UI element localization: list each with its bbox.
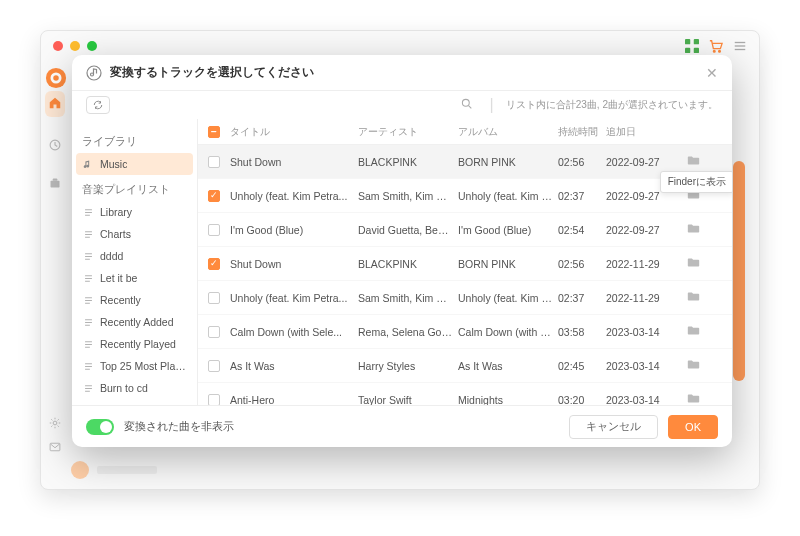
cell-album: BORN PINK: [458, 156, 558, 168]
sidebar-item[interactable]: Top 25 Most Played: [72, 355, 197, 377]
col-artist[interactable]: アーティスト: [358, 125, 458, 139]
svg-rect-3: [694, 48, 699, 53]
row-checkbox[interactable]: [208, 190, 220, 202]
cell-album: BORN PINK: [458, 258, 558, 270]
cell-date: 2022-11-29: [606, 292, 682, 304]
playlist-icon: [82, 382, 94, 394]
cell-duration: 02:56: [558, 156, 606, 168]
playlist-icon: [82, 272, 94, 284]
playlist-icon: [82, 294, 94, 306]
cell-title: As It Was: [230, 360, 358, 372]
cell-date: 2023-03-14: [606, 394, 682, 406]
menu-icon[interactable]: [733, 39, 747, 57]
gear-icon[interactable]: [49, 415, 61, 433]
briefcase-icon[interactable]: [49, 175, 61, 193]
sidebar-item[interactable]: Let it be: [72, 267, 197, 289]
show-in-finder-icon[interactable]: [687, 290, 700, 305]
sidebar-item[interactable]: Charts: [72, 223, 197, 245]
window-minimize-icon[interactable]: [70, 41, 80, 51]
table-row[interactable]: I'm Good (Blue)David Guetta, Beb...I'm G…: [198, 213, 732, 247]
show-in-finder-icon[interactable]: [687, 256, 700, 271]
track-select-modal: 変換するトラックを選択してください ✕ | リスト内に合計23曲, 2曲が選択さ…: [72, 55, 732, 447]
search-icon[interactable]: [461, 98, 472, 112]
sidebar-item[interactable]: Recently Played: [72, 333, 197, 355]
row-checkbox[interactable]: [208, 292, 220, 304]
row-checkbox[interactable]: [208, 156, 220, 168]
home-icon[interactable]: [45, 91, 65, 117]
cell-album: Unholy (feat. Kim P...: [458, 292, 558, 304]
sidebar-item-label: Charts: [100, 228, 131, 240]
sidebar-item-label: Let it be: [100, 272, 137, 284]
cell-album: I'm Good (Blue): [458, 224, 558, 236]
select-all-checkbox[interactable]: [208, 126, 220, 138]
avatar-icon: [71, 461, 89, 479]
col-duration[interactable]: 持続時間: [558, 125, 606, 139]
cell-title: Calm Down (with Sele...: [230, 326, 358, 338]
modal-toolbar: | リスト内に合計23曲, 2曲が選択されています。: [72, 91, 732, 119]
show-in-finder-icon[interactable]: [687, 222, 700, 237]
show-in-finder-icon[interactable]: [687, 154, 700, 169]
cell-duration: 02:37: [558, 292, 606, 304]
sidebar-item-label: Recently Added: [100, 316, 174, 328]
svg-point-4: [713, 50, 715, 52]
sidebar-item[interactable]: dddd: [72, 245, 197, 267]
svg-rect-2: [685, 48, 690, 53]
svg-rect-1: [694, 39, 699, 44]
col-album[interactable]: アルバム: [458, 125, 558, 139]
table-row[interactable]: Anti-HeroTaylor SwiftMidnights03:202023-…: [198, 383, 732, 405]
show-in-finder-icon[interactable]: [687, 392, 700, 405]
table-row[interactable]: Unholy (feat. Kim Petra...Sam Smith, Kim…: [198, 281, 732, 315]
table-row[interactable]: Shut DownBLACKPINKBORN PINK02:562022-09-…: [198, 145, 732, 179]
table-row[interactable]: As It WasHarry StylesAs It Was02:452023-…: [198, 349, 732, 383]
close-icon[interactable]: ✕: [706, 65, 718, 81]
table-row[interactable]: Unholy (feat. Kim Petra...Sam Smith, Kim…: [198, 179, 732, 213]
row-checkbox[interactable]: [208, 394, 220, 406]
col-title[interactable]: タイトル: [230, 125, 358, 139]
clock-icon[interactable]: [49, 137, 61, 155]
cell-duration: 03:58: [558, 326, 606, 338]
cell-artist: BLACKPINK: [358, 156, 458, 168]
sidebar-item-label: Library: [100, 206, 132, 218]
table-row[interactable]: Shut DownBLACKPINKBORN PINK02:562022-11-…: [198, 247, 732, 281]
cell-date: 2022-09-27: [606, 156, 682, 168]
modal-title: 変換するトラックを選択してください: [110, 64, 706, 81]
row-checkbox[interactable]: [208, 224, 220, 236]
sidebar-item[interactable]: Recently: [72, 289, 197, 311]
cancel-button[interactable]: キャンセル: [569, 415, 658, 439]
cell-title: I'm Good (Blue): [230, 224, 358, 236]
svg-point-5: [719, 50, 721, 52]
sidebar-item[interactable]: Burn to cd: [72, 377, 197, 399]
row-checkbox[interactable]: [208, 258, 220, 270]
cell-artist: David Guetta, Beb...: [358, 224, 458, 236]
table-row[interactable]: Calm Down (with Sele...Rema, Selena Gom.…: [198, 315, 732, 349]
window-close-icon[interactable]: [53, 41, 63, 51]
cell-album: Calm Down (with S...: [458, 326, 558, 338]
playlist-icon: [82, 206, 94, 218]
svg-rect-13: [51, 181, 60, 188]
mail-icon[interactable]: [49, 439, 61, 457]
sidebar-section-label: ライブラリ: [72, 131, 197, 153]
sidebar-item[interactable]: Library: [72, 201, 197, 223]
sidebar-item[interactable]: Music: [76, 153, 193, 175]
cell-album: As It Was: [458, 360, 558, 372]
cell-artist: Sam Smith, Kim Pe...: [358, 190, 458, 202]
hide-converted-toggle[interactable]: [86, 419, 114, 435]
sidebar-item[interactable]: Recently Added: [72, 311, 197, 333]
show-in-finder-icon[interactable]: [687, 358, 700, 373]
sidebar-item-label: Burn to cd: [100, 382, 148, 394]
sidebar-section-label: 音楽プレイリスト: [72, 179, 197, 201]
cell-artist: Taylor Swift: [358, 394, 458, 406]
status-message: リスト内に合計23曲, 2曲が選択されています。: [506, 98, 718, 112]
refresh-button[interactable]: [86, 96, 110, 114]
window-zoom-icon[interactable]: [87, 41, 97, 51]
row-checkbox[interactable]: [208, 326, 220, 338]
col-date[interactable]: 追加日: [606, 125, 682, 139]
sidebar-item-label: Music: [100, 158, 127, 170]
row-checkbox[interactable]: [208, 360, 220, 372]
sidebar-item-label: Recently Played: [100, 338, 176, 350]
ok-button[interactable]: OK: [668, 415, 718, 439]
show-in-finder-icon[interactable]: [687, 324, 700, 339]
cell-artist: Sam Smith, Kim Pe...: [358, 292, 458, 304]
bg-user-row: [71, 461, 157, 479]
playlist-icon: [82, 316, 94, 328]
